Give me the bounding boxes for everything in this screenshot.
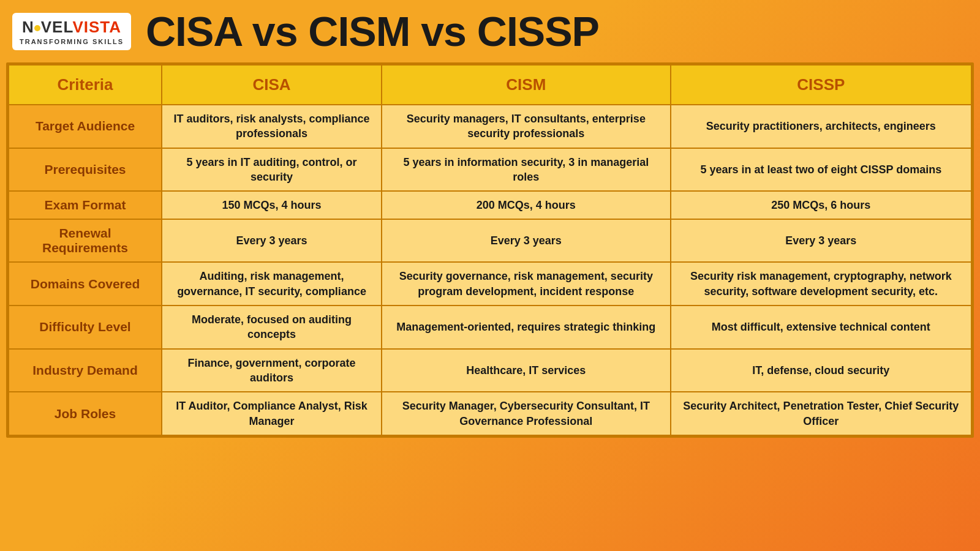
cell-criteria-7: Job Roles bbox=[9, 392, 162, 435]
cell-cism-4: Security governance, risk management, se… bbox=[382, 262, 671, 305]
cell-criteria-3: Renewal Requirements bbox=[9, 219, 162, 262]
cell-criteria-1: Prerequisites bbox=[9, 148, 162, 192]
cell-cisa-2: 150 MCQs, 4 hours bbox=[162, 191, 382, 219]
table-row: Difficulty LevelModerate, focused on aud… bbox=[9, 305, 971, 349]
cell-cissp-6: IT, defense, cloud security bbox=[671, 349, 971, 392]
col-criteria: Criteria bbox=[9, 65, 162, 105]
cell-cisa-1: 5 years in IT auditing, control, or secu… bbox=[162, 148, 382, 192]
cell-cisa-6: Finance, government, corporate auditors bbox=[162, 349, 382, 392]
header: NVELVISTA TRANSFORMING SKILLS CISA vs CI… bbox=[0, 0, 980, 60]
page-title: CISA vs CISM vs CISSP bbox=[146, 7, 599, 55]
logo-tagline: TRANSFORMING SKILLS bbox=[20, 38, 124, 45]
col-cisa: CISA bbox=[162, 65, 382, 105]
cell-cissp-4: Security risk management, cryptography, … bbox=[671, 262, 971, 305]
cell-cisa-0: IT auditors, risk analysts, compliance p… bbox=[162, 105, 382, 148]
cell-criteria-2: Exam Format bbox=[9, 191, 162, 219]
table-row: Prerequisites5 years in IT auditing, con… bbox=[9, 148, 971, 192]
cell-cism-6: Healthcare, IT services bbox=[382, 349, 671, 392]
cell-cisa-7: IT Auditor, Compliance Analyst, Risk Man… bbox=[162, 392, 382, 435]
cell-criteria-4: Domains Covered bbox=[9, 262, 162, 305]
table-row: Domains CoveredAuditing, risk management… bbox=[9, 262, 971, 305]
logo-novel: NVEL bbox=[22, 18, 72, 36]
cell-cissp-2: 250 MCQs, 6 hours bbox=[671, 191, 971, 219]
cell-cism-2: 200 MCQs, 4 hours bbox=[382, 191, 671, 219]
cell-criteria-6: Industry Demand bbox=[9, 349, 162, 392]
cell-cism-3: Every 3 years bbox=[382, 219, 671, 262]
comparison-table-wrapper: Criteria CISA CISM CISSP Target Audience… bbox=[6, 62, 974, 438]
cell-cissp-5: Most difficult, extensive technical cont… bbox=[671, 305, 971, 349]
col-cism: CISM bbox=[382, 65, 671, 105]
table-row: Exam Format150 MCQs, 4 hours200 MCQs, 4 … bbox=[9, 191, 971, 219]
table-row: Job RolesIT Auditor, Compliance Analyst,… bbox=[9, 392, 971, 435]
cell-criteria-0: Target Audience bbox=[9, 105, 162, 148]
cell-cism-5: Management-oriented, requires strategic … bbox=[382, 305, 671, 349]
cell-cissp-3: Every 3 years bbox=[671, 219, 971, 262]
cell-cissp-0: Security practitioners, architects, engi… bbox=[671, 105, 971, 148]
logo-vista: VISTA bbox=[72, 18, 121, 36]
comparison-table: Criteria CISA CISM CISSP Target Audience… bbox=[8, 64, 972, 436]
cell-cissp-1: 5 years in at least two of eight CISSP d… bbox=[671, 148, 971, 192]
cell-criteria-5: Difficulty Level bbox=[9, 305, 162, 349]
col-cissp: CISSP bbox=[671, 65, 971, 105]
table-row: Industry DemandFinance, government, corp… bbox=[9, 349, 971, 392]
table-row: Target AudienceIT auditors, risk analyst… bbox=[9, 105, 971, 148]
cell-cisa-5: Moderate, focused on auditing concepts bbox=[162, 305, 382, 349]
logo-brand: NVELVISTA bbox=[22, 18, 121, 37]
table-header-row: Criteria CISA CISM CISSP bbox=[9, 65, 971, 105]
cell-cism-1: 5 years in information security, 3 in ma… bbox=[382, 148, 671, 192]
logo: NVELVISTA TRANSFORMING SKILLS bbox=[12, 13, 131, 50]
cell-cissp-7: Security Architect, Penetration Tester, … bbox=[671, 392, 971, 435]
cell-cisa-4: Auditing, risk management, governance, I… bbox=[162, 262, 382, 305]
table-row: Renewal RequirementsEvery 3 yearsEvery 3… bbox=[9, 219, 971, 262]
cell-cisa-3: Every 3 years bbox=[162, 219, 382, 262]
cell-cism-0: Security managers, IT consultants, enter… bbox=[382, 105, 671, 148]
cell-cism-7: Security Manager, Cybersecurity Consulta… bbox=[382, 392, 671, 435]
